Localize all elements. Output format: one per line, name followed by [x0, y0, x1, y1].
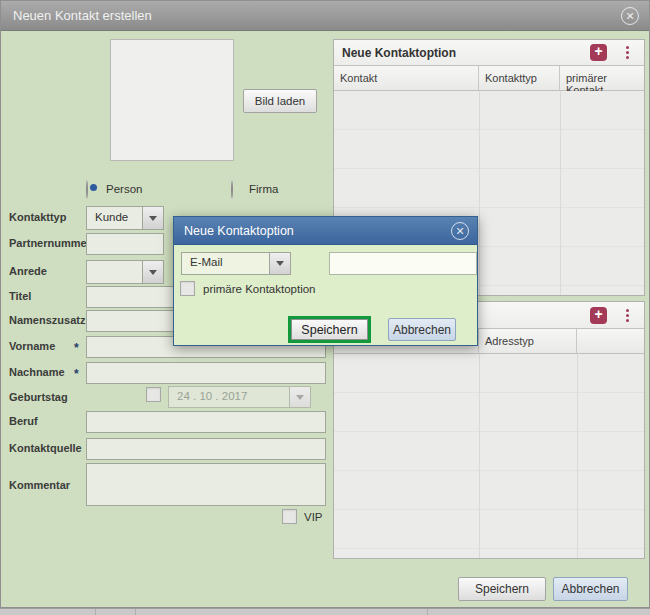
- person-radio-label: Person: [106, 183, 142, 195]
- chevron-down-icon: [289, 386, 311, 408]
- column-header-address-extra[interactable]: [577, 329, 644, 353]
- column-header-primaerer-kontakt[interactable]: primärer Kontakt: [560, 66, 644, 90]
- column-header-kontakttyp[interactable]: Kontakttyp: [479, 66, 560, 90]
- new-contact-option-modal: Neue Kontaktoption ✕ E-Mail primäre Kont…: [173, 216, 478, 346]
- address-grid-body: [334, 354, 644, 558]
- beruf-input[interactable]: [86, 411, 326, 433]
- column-header-adresstyp[interactable]: Adresstyp: [479, 329, 577, 353]
- add-contact-option-button[interactable]: +: [590, 44, 607, 61]
- kontakttyp-combobox-value: Kunde: [86, 206, 142, 230]
- vip-label: VIP: [304, 511, 323, 523]
- load-image-button[interactable]: Bild laden: [243, 89, 317, 113]
- firma-radio-label: Firma: [249, 183, 278, 195]
- primary-contact-option-label: primäre Kontaktoption: [203, 283, 316, 295]
- contact-options-panel-title: Neue Kontaktoption: [342, 46, 456, 60]
- nachname-input[interactable]: [86, 362, 326, 384]
- add-address-button[interactable]: +: [590, 307, 607, 324]
- contact-options-menu-icon[interactable]: [622, 44, 632, 61]
- contact-option-value-input[interactable]: [329, 252, 477, 275]
- vip-checkbox[interactable]: [282, 509, 297, 524]
- contact-option-type-combobox[interactable]: E-Mail: [181, 252, 291, 275]
- nachname-label: Nachname: [9, 366, 65, 378]
- contact-option-type-value: E-Mail: [181, 252, 269, 275]
- geburtstag-label: Geburtstag: [9, 391, 68, 403]
- kommentar-label: Kommentar: [9, 479, 70, 491]
- titel-label: Titel: [9, 290, 31, 302]
- vorname-required-marker: *: [74, 341, 79, 355]
- contact-options-grid-header: Kontakt Kontakttyp primärer Kontakt: [334, 66, 644, 91]
- modal-close-icon[interactable]: ✕: [451, 222, 469, 240]
- anrede-combobox[interactable]: [86, 260, 164, 284]
- save-button[interactable]: Speichern: [458, 577, 546, 601]
- namenszusatz-label: Namenszusatz: [9, 314, 85, 326]
- anrede-label: Anrede: [9, 265, 47, 277]
- background-table-strip: [0, 608, 650, 615]
- close-icon[interactable]: ✕: [621, 7, 639, 25]
- modal-titlebar[interactable]: Neue Kontaktoption ✕: [174, 217, 477, 245]
- partnernummer-input[interactable]: [86, 233, 164, 255]
- dialog-title: Neuen Kontakt erstellen: [13, 8, 152, 23]
- contact-photo-placeholder: [110, 39, 234, 161]
- firma-radio[interactable]: [231, 180, 233, 199]
- partnernummer-label: Partnernummer: [9, 237, 91, 249]
- geburtstag-enable-checkbox[interactable]: [146, 387, 161, 402]
- cancel-button[interactable]: Abbrechen: [553, 577, 628, 601]
- kontaktquelle-label: Kontaktquelle: [9, 442, 82, 454]
- geburtstag-date-combobox[interactable]: 24 . 10 . 2017: [168, 386, 311, 408]
- contact-options-panel-header: Neue Kontaktoption +: [334, 40, 644, 66]
- kontakttyp-label: Kontakttyp: [9, 211, 66, 223]
- modal-save-button[interactable]: Speichern: [288, 316, 371, 343]
- beruf-label: Beruf: [9, 415, 38, 427]
- person-radio[interactable]: [86, 180, 88, 199]
- vorname-label: Vorname: [9, 340, 55, 352]
- geburtstag-date-value: 24 . 10 . 2017: [168, 386, 289, 408]
- nachname-required-marker: *: [74, 367, 79, 381]
- chevron-down-icon[interactable]: [142, 206, 164, 230]
- primary-contact-option-checkbox[interactable]: [180, 281, 195, 296]
- dialog-titlebar[interactable]: Neuen Kontakt erstellen ✕: [1, 1, 649, 31]
- anrede-combobox-value: [86, 260, 142, 284]
- kontakttyp-combobox[interactable]: Kunde: [86, 206, 164, 230]
- kontaktquelle-input[interactable]: [86, 438, 326, 460]
- chevron-down-icon[interactable]: [269, 252, 291, 275]
- modal-cancel-button[interactable]: Abbrechen: [388, 318, 456, 341]
- kommentar-textarea[interactable]: [86, 463, 326, 506]
- address-menu-icon[interactable]: [622, 307, 632, 324]
- chevron-down-icon[interactable]: [142, 260, 164, 284]
- modal-title: Neue Kontaktoption: [184, 224, 294, 238]
- column-header-kontakt[interactable]: Kontakt: [334, 66, 479, 90]
